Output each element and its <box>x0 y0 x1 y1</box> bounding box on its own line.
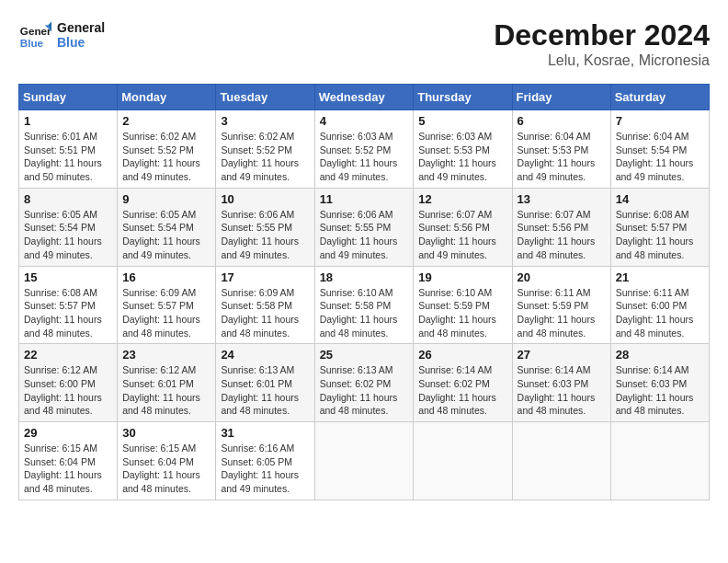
calendar-cell: 15Sunrise: 6:08 AM Sunset: 5:57 PM Dayli… <box>19 266 118 344</box>
weekday-header-friday: Friday <box>512 85 610 110</box>
calendar-cell: 12Sunrise: 6:07 AM Sunset: 5:56 PM Dayli… <box>414 188 512 266</box>
day-info: Sunrise: 6:08 AM Sunset: 5:57 PM Dayligh… <box>24 286 112 340</box>
day-number: 9 <box>122 192 210 206</box>
calendar-cell: 20Sunrise: 6:11 AM Sunset: 5:59 PM Dayli… <box>512 266 610 344</box>
day-info: Sunrise: 6:06 AM Sunset: 5:55 PM Dayligh… <box>221 208 309 262</box>
day-number: 28 <box>616 348 704 362</box>
day-number: 31 <box>221 426 309 440</box>
day-number: 13 <box>518 192 606 206</box>
day-info: Sunrise: 6:14 AM Sunset: 6:03 PM Dayligh… <box>518 363 606 418</box>
calendar-table: SundayMondayTuesdayWednesdayThursdayFrid… <box>18 84 710 500</box>
calendar-cell: 5Sunrise: 6:03 AM Sunset: 5:53 PM Daylig… <box>414 110 512 189</box>
calendar-cell: 25Sunrise: 6:13 AM Sunset: 6:02 PM Dayli… <box>314 344 414 422</box>
calendar-cell: 16Sunrise: 6:09 AM Sunset: 5:57 PM Dayli… <box>118 266 216 344</box>
day-info: Sunrise: 6:05 AM Sunset: 5:54 PM Dayligh… <box>24 208 112 262</box>
calendar-week-5: 29Sunrise: 6:15 AM Sunset: 6:04 PM Dayli… <box>19 422 710 500</box>
calendar-cell: 17Sunrise: 6:09 AM Sunset: 5:58 PM Dayli… <box>216 266 314 344</box>
day-number: 19 <box>418 270 506 284</box>
calendar-cell: 11Sunrise: 6:06 AM Sunset: 5:55 PM Dayli… <box>314 188 414 266</box>
day-number: 18 <box>320 270 409 284</box>
day-info: Sunrise: 6:11 AM Sunset: 5:59 PM Dayligh… <box>518 286 606 340</box>
logo-text-blue: Blue <box>57 35 105 50</box>
day-number: 8 <box>24 192 112 206</box>
calendar-cell: 14Sunrise: 6:08 AM Sunset: 5:57 PM Dayli… <box>610 188 709 266</box>
calendar-cell: 9Sunrise: 6:05 AM Sunset: 5:54 PM Daylig… <box>118 188 216 266</box>
calendar-cell: 8Sunrise: 6:05 AM Sunset: 5:54 PM Daylig… <box>19 188 118 266</box>
day-number: 6 <box>518 114 606 128</box>
calendar-cell <box>512 422 610 500</box>
day-number: 12 <box>418 192 506 206</box>
calendar-cell <box>414 422 512 500</box>
day-number: 26 <box>418 348 506 362</box>
day-info: Sunrise: 6:14 AM Sunset: 6:03 PM Dayligh… <box>616 363 704 418</box>
calendar-cell: 29Sunrise: 6:15 AM Sunset: 6:04 PM Dayli… <box>19 422 118 500</box>
day-number: 4 <box>320 114 409 128</box>
day-number: 11 <box>320 192 409 206</box>
day-info: Sunrise: 6:03 AM Sunset: 5:53 PM Dayligh… <box>418 130 506 184</box>
day-info: Sunrise: 6:15 AM Sunset: 6:04 PM Dayligh… <box>24 442 112 496</box>
svg-text:Blue: Blue <box>20 37 44 49</box>
calendar-cell: 31Sunrise: 6:16 AM Sunset: 6:05 PM Dayli… <box>216 422 314 500</box>
day-info: Sunrise: 6:13 AM Sunset: 6:02 PM Dayligh… <box>320 363 409 418</box>
day-info: Sunrise: 6:04 AM Sunset: 5:53 PM Dayligh… <box>518 130 606 184</box>
day-number: 15 <box>24 270 112 284</box>
day-number: 14 <box>616 192 704 206</box>
calendar-week-2: 8Sunrise: 6:05 AM Sunset: 5:54 PM Daylig… <box>19 188 710 266</box>
day-info: Sunrise: 6:04 AM Sunset: 5:54 PM Dayligh… <box>616 130 704 184</box>
day-info: Sunrise: 6:01 AM Sunset: 5:51 PM Dayligh… <box>24 130 112 184</box>
day-info: Sunrise: 6:09 AM Sunset: 5:58 PM Dayligh… <box>221 286 309 340</box>
day-number: 3 <box>221 114 309 128</box>
calendar-cell: 7Sunrise: 6:04 AM Sunset: 5:54 PM Daylig… <box>610 110 709 189</box>
month-title: December 2024 <box>494 18 710 52</box>
day-number: 23 <box>122 348 210 362</box>
day-info: Sunrise: 6:02 AM Sunset: 5:52 PM Dayligh… <box>221 130 309 184</box>
day-info: Sunrise: 6:07 AM Sunset: 5:56 PM Dayligh… <box>418 208 506 262</box>
day-info: Sunrise: 6:07 AM Sunset: 5:56 PM Dayligh… <box>518 208 606 262</box>
calendar-header-row: SundayMondayTuesdayWednesdayThursdayFrid… <box>19 85 710 110</box>
calendar-cell: 19Sunrise: 6:10 AM Sunset: 5:59 PM Dayli… <box>414 266 512 344</box>
calendar-week-4: 22Sunrise: 6:12 AM Sunset: 6:00 PM Dayli… <box>19 344 710 422</box>
day-info: Sunrise: 6:08 AM Sunset: 5:57 PM Dayligh… <box>616 208 704 262</box>
calendar-cell: 18Sunrise: 6:10 AM Sunset: 5:58 PM Dayli… <box>314 266 414 344</box>
page-header: General Blue General Blue December 2024 … <box>18 18 710 69</box>
calendar-cell: 28Sunrise: 6:14 AM Sunset: 6:03 PM Dayli… <box>610 344 709 422</box>
day-number: 22 <box>24 348 112 362</box>
day-number: 5 <box>418 114 506 128</box>
calendar-cell: 27Sunrise: 6:14 AM Sunset: 6:03 PM Dayli… <box>512 344 610 422</box>
day-number: 29 <box>24 426 112 440</box>
weekday-header-wednesday: Wednesday <box>314 85 414 110</box>
weekday-header-thursday: Thursday <box>414 85 512 110</box>
day-number: 21 <box>616 270 704 284</box>
calendar-cell: 21Sunrise: 6:11 AM Sunset: 6:00 PM Dayli… <box>610 266 709 344</box>
day-info: Sunrise: 6:03 AM Sunset: 5:52 PM Dayligh… <box>320 130 409 184</box>
weekday-header-sunday: Sunday <box>19 85 118 110</box>
day-info: Sunrise: 6:15 AM Sunset: 6:04 PM Dayligh… <box>122 442 210 496</box>
calendar-cell: 30Sunrise: 6:15 AM Sunset: 6:04 PM Dayli… <box>118 422 216 500</box>
day-number: 10 <box>221 192 309 206</box>
calendar-cell: 3Sunrise: 6:02 AM Sunset: 5:52 PM Daylig… <box>216 110 314 189</box>
day-info: Sunrise: 6:02 AM Sunset: 5:52 PM Dayligh… <box>122 130 210 184</box>
calendar-cell: 24Sunrise: 6:13 AM Sunset: 6:01 PM Dayli… <box>216 344 314 422</box>
day-info: Sunrise: 6:10 AM Sunset: 5:58 PM Dayligh… <box>320 286 409 340</box>
day-number: 24 <box>221 348 309 362</box>
day-number: 27 <box>518 348 606 362</box>
calendar-cell: 26Sunrise: 6:14 AM Sunset: 6:02 PM Dayli… <box>414 344 512 422</box>
day-info: Sunrise: 6:05 AM Sunset: 5:54 PM Dayligh… <box>122 208 210 262</box>
day-number: 16 <box>122 270 210 284</box>
title-block: December 2024 Lelu, Kosrae, Micronesia <box>494 18 710 69</box>
calendar-cell: 4Sunrise: 6:03 AM Sunset: 5:52 PM Daylig… <box>314 110 414 189</box>
weekday-header-monday: Monday <box>118 85 216 110</box>
calendar-week-1: 1Sunrise: 6:01 AM Sunset: 5:51 PM Daylig… <box>19 110 710 189</box>
location: Lelu, Kosrae, Micronesia <box>494 52 710 69</box>
day-number: 30 <box>122 426 210 440</box>
day-number: 1 <box>24 114 112 128</box>
day-number: 2 <box>122 114 210 128</box>
day-info: Sunrise: 6:14 AM Sunset: 6:02 PM Dayligh… <box>418 363 506 418</box>
logo-text-general: General <box>57 20 105 35</box>
day-info: Sunrise: 6:10 AM Sunset: 5:59 PM Dayligh… <box>418 286 506 340</box>
day-number: 7 <box>616 114 704 128</box>
day-info: Sunrise: 6:06 AM Sunset: 5:55 PM Dayligh… <box>320 208 409 262</box>
day-info: Sunrise: 6:09 AM Sunset: 5:57 PM Dayligh… <box>122 286 210 340</box>
logo: General Blue General Blue <box>18 18 105 52</box>
day-info: Sunrise: 6:12 AM Sunset: 6:01 PM Dayligh… <box>122 363 210 418</box>
